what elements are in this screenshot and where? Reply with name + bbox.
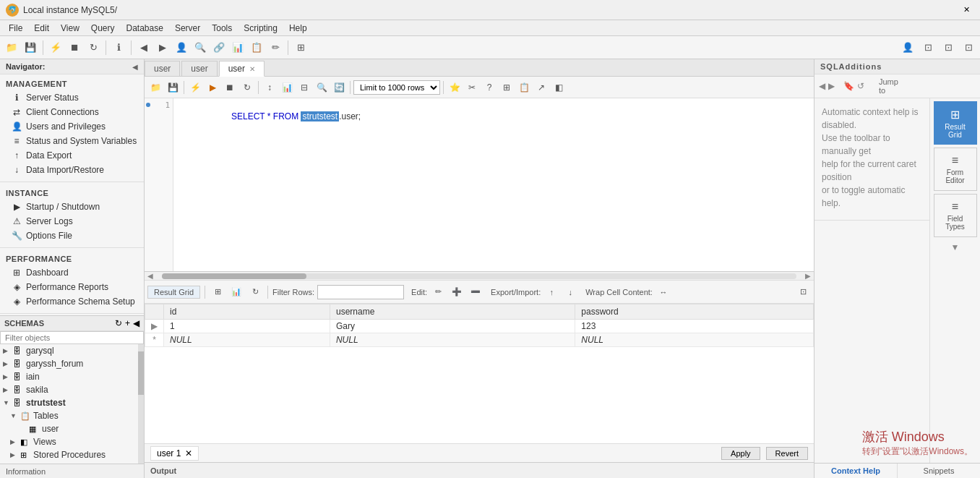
sql-toggle[interactable]: ↕ (262, 80, 278, 95)
sql-snippet[interactable]: ✂ (464, 80, 480, 95)
schema-item-views[interactable]: ▶ ◧ Views (0, 435, 138, 448)
sidebar-item-startup[interactable]: ▶ Startup / Shutdown (0, 200, 144, 214)
sql-context-help[interactable]: ? (481, 80, 497, 95)
result-chart-btn[interactable]: 📊 (228, 284, 244, 300)
sql-stop[interactable]: ⏹ (222, 80, 238, 95)
edit-btn-3[interactable]: ➖ (468, 284, 483, 300)
schema-refresh-icon[interactable]: ↻ (115, 318, 122, 328)
scroll-right[interactable]: ▶ (802, 272, 814, 280)
result-grid-btn[interactable]: ⊞ ResultGrid (934, 101, 977, 145)
schema-item-stored-procedures[interactable]: ▶ ⊞ Stored Procedures (0, 448, 138, 461)
tab-3-close[interactable]: ✕ (249, 65, 255, 73)
limit-rows-select[interactable]: Limit to 1000 rows Don't limit Limit to … (353, 80, 440, 95)
right-refresh-btn[interactable]: ↺ (857, 79, 864, 93)
tab-user-3[interactable]: user ✕ (219, 61, 265, 77)
menu-query[interactable]: Query (85, 22, 121, 35)
sql-explain[interactable]: 📊 (279, 80, 295, 95)
schema-item-garyssh-forum[interactable]: ▶ 🗄 garyssh_forum (0, 357, 138, 370)
toolbar-user[interactable]: 👤 (173, 39, 190, 56)
export-btn[interactable]: ↑ (543, 284, 559, 300)
menu-database[interactable]: Database (121, 22, 169, 35)
sql-run-selected[interactable]: ▶ (205, 80, 220, 95)
menu-scripting[interactable]: Scripting (238, 22, 283, 35)
sql-add-bookmark[interactable]: ⭐ (447, 80, 463, 95)
toolbar-stop[interactable]: ⏹ (66, 39, 83, 56)
panel-scroll-down[interactable]: ▼ (934, 240, 977, 255)
import-btn[interactable]: ↓ (562, 284, 578, 300)
result-detach-btn[interactable]: ⊡ (795, 284, 811, 300)
sql-run-all[interactable]: ⚡ (187, 80, 203, 95)
form-editor-btn[interactable]: ≡ FormEditor (934, 148, 977, 191)
scroll-left[interactable]: ◀ (145, 272, 156, 280)
sql-format[interactable]: ⊟ (296, 80, 312, 95)
schema-add-icon[interactable]: + (125, 318, 130, 328)
sidebar-item-data-export[interactable]: ↑ Data Export (0, 148, 144, 163)
sql-refresh[interactable]: ↻ (239, 80, 255, 95)
toolbar-refresh[interactable]: ↻ (85, 39, 102, 56)
toolbar-connect[interactable]: 🔗 (210, 39, 228, 56)
toolbar-edit[interactable]: ✏ (267, 39, 284, 56)
schema-collapse-icon[interactable]: ◀ (133, 318, 139, 328)
row-2-password[interactable]: NULL (575, 333, 814, 347)
menu-help[interactable]: Help (283, 22, 313, 35)
status-tab-user1[interactable]: user 1 ✕ (150, 446, 199, 461)
table-row[interactable]: ▶ 1 Gary 123 (145, 320, 814, 333)
close-button[interactable]: ✕ (959, 4, 974, 16)
table-row[interactable]: * NULL NULL NULL (145, 333, 814, 347)
menu-file[interactable]: File (3, 22, 28, 35)
sql-save[interactable]: 💾 (165, 80, 181, 95)
result-refresh-btn[interactable]: ↻ (247, 284, 263, 300)
schema-item-tables[interactable]: ▼ 📋 Tables (0, 409, 138, 422)
sidebar-item-dashboard[interactable]: ⊞ Dashboard (0, 265, 144, 280)
edit-btn-2[interactable]: ➕ (449, 284, 465, 300)
sidebar-item-data-import[interactable]: ↓ Data Import/Restore (0, 163, 144, 177)
toolbar-info[interactable]: ℹ (110, 39, 127, 56)
edit-btn-1[interactable]: ✏ (430, 284, 446, 300)
toolbar-new-conn[interactable]: ⊞ (292, 39, 309, 56)
toolbar-search[interactable]: 🔍 (192, 39, 209, 56)
tab-user-1[interactable]: user (145, 61, 180, 76)
field-types-btn[interactable]: ≡ FieldTypes (934, 194, 977, 237)
result-grid-icon-btn[interactable]: ⊞ (210, 284, 225, 300)
sql-replace[interactable]: 🔄 (331, 80, 347, 95)
sidebar-item-server-status[interactable]: ℹ Server Status (0, 90, 144, 105)
schemas-scrollbar[interactable] (138, 344, 144, 464)
sql-find[interactable]: 🔍 (314, 80, 330, 95)
sidebar-item-client-connections[interactable]: ⇄ Client Connections (0, 105, 144, 119)
schema-item-user-table[interactable]: ▦ user (0, 422, 138, 435)
status-tab-close[interactable]: ✕ (185, 448, 192, 458)
snippets-tab[interactable]: Snippets (898, 464, 980, 478)
sidebar-item-users-privileges[interactable]: 👤 Users and Privileges (0, 119, 144, 134)
schema-item-garysql[interactable]: ▶ 🗄 garysql (0, 344, 138, 357)
editor-scrollbar[interactable]: ◀ ▶ (145, 272, 814, 281)
sql-execute-plan[interactable]: ↗ (533, 80, 549, 95)
schema-item-iain[interactable]: ▶ 🗄 iain (0, 370, 138, 383)
apply-button[interactable]: Apply (721, 447, 760, 460)
sql-beautify[interactable]: ⊞ (499, 80, 515, 95)
toolbar-layout2[interactable]: ⊡ (940, 39, 957, 56)
schema-item-sakila[interactable]: ▶ 🗄 sakila (0, 383, 138, 396)
jump-to-input[interactable] (901, 80, 980, 93)
right-bookmark-btn[interactable]: 🔖 (843, 79, 854, 93)
toolbar-open[interactable]: 📁 (3, 39, 20, 56)
filter-rows-input[interactable] (317, 285, 404, 299)
toolbar-save[interactable]: 💾 (22, 39, 39, 56)
sql-table-data[interactable]: 📋 (516, 80, 532, 95)
row-1-id[interactable]: 1 (164, 320, 330, 333)
sql-toggle-output[interactable]: ◧ (551, 80, 567, 95)
sidebar-item-options-file[interactable]: 🔧 Options File (0, 229, 144, 243)
sidebar-item-server-logs[interactable]: ⚠ Server Logs (0, 214, 144, 229)
sql-editor-content[interactable]: SELECT * FROM strutstest.user; (173, 98, 814, 271)
toolbar-layout3[interactable]: ⊡ (960, 39, 977, 56)
row-1-username[interactable]: Gary (330, 320, 575, 333)
toolbar-schema[interactable]: 📊 (229, 39, 246, 56)
row-2-username[interactable]: NULL (330, 333, 575, 347)
schema-filter-input[interactable] (0, 331, 144, 344)
scrollbar-track[interactable] (162, 273, 796, 279)
row-2-id[interactable]: NULL (164, 333, 330, 347)
toolbar-person[interactable]: 👤 (899, 39, 916, 56)
context-help-tab[interactable]: Context Help (814, 464, 898, 478)
schema-item-strutstest[interactable]: ▼ 🗄 strutstest (0, 396, 138, 409)
sidebar-item-perf-schema[interactable]: ◈ Performance Schema Setup (0, 294, 144, 309)
menu-edit[interactable]: Edit (28, 22, 55, 35)
